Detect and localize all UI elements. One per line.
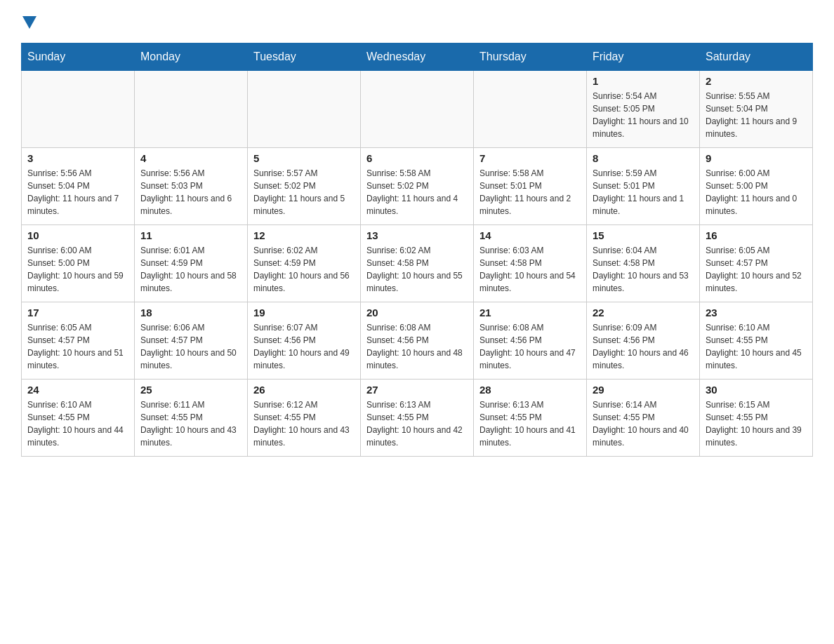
calendar-cell: 18Sunrise: 6:06 AMSunset: 4:57 PMDayligh… — [135, 302, 248, 380]
calendar-cell: 6Sunrise: 5:58 AMSunset: 5:02 PMDaylight… — [361, 148, 474, 225]
day-number: 4 — [140, 152, 241, 164]
day-info: Sunrise: 6:00 AMSunset: 5:00 PMDaylight:… — [706, 167, 807, 217]
weekday-header-wednesday: Wednesday — [361, 43, 474, 71]
day-number: 20 — [366, 307, 468, 318]
day-number: 30 — [706, 384, 807, 396]
calendar-cell: 22Sunrise: 6:09 AMSunset: 4:56 PMDayligh… — [587, 302, 700, 380]
day-number: 12 — [253, 229, 355, 241]
day-info: Sunrise: 5:54 AMSunset: 5:05 PMDaylight:… — [593, 90, 694, 140]
logo-triangle-icon — [22, 16, 37, 29]
day-info: Sunrise: 6:09 AMSunset: 4:56 PMDaylight:… — [593, 321, 694, 372]
calendar-cell: 7Sunrise: 5:58 AMSunset: 5:01 PMDaylight… — [474, 148, 587, 225]
day-info: Sunrise: 6:10 AMSunset: 4:55 PMDaylight:… — [27, 398, 128, 449]
weekday-header-tuesday: Tuesday — [248, 43, 361, 71]
day-info: Sunrise: 6:02 AMSunset: 4:58 PMDaylight:… — [366, 244, 468, 295]
day-info: Sunrise: 6:08 AMSunset: 4:56 PMDaylight:… — [366, 321, 468, 372]
day-number: 2 — [706, 75, 807, 87]
day-number: 6 — [366, 152, 468, 164]
day-info: Sunrise: 6:04 AMSunset: 4:58 PMDaylight:… — [593, 244, 694, 295]
calendar-cell — [474, 71, 587, 148]
day-info: Sunrise: 6:03 AMSunset: 4:58 PMDaylight:… — [479, 244, 581, 295]
weekday-header-thursday: Thursday — [474, 43, 587, 71]
day-info: Sunrise: 5:56 AMSunset: 5:03 PMDaylight:… — [140, 167, 241, 217]
day-number: 29 — [593, 384, 694, 396]
day-number: 27 — [366, 384, 468, 396]
calendar-cell: 29Sunrise: 6:14 AMSunset: 4:55 PMDayligh… — [587, 380, 700, 457]
calendar-cell: 19Sunrise: 6:07 AMSunset: 4:56 PMDayligh… — [248, 302, 361, 380]
day-info: Sunrise: 6:07 AMSunset: 4:56 PMDaylight:… — [253, 321, 355, 372]
day-number: 10 — [27, 229, 128, 241]
calendar-cell: 27Sunrise: 6:13 AMSunset: 4:55 PMDayligh… — [361, 380, 474, 457]
day-info: Sunrise: 6:01 AMSunset: 4:59 PMDaylight:… — [140, 244, 241, 295]
calendar-cell: 28Sunrise: 6:13 AMSunset: 4:55 PMDayligh… — [474, 380, 587, 457]
calendar-cell — [22, 71, 135, 148]
calendar-cell: 1Sunrise: 5:54 AMSunset: 5:05 PMDaylight… — [587, 71, 700, 148]
calendar-table: SundayMondayTuesdayWednesdayThursdayFrid… — [21, 43, 813, 457]
day-info: Sunrise: 5:59 AMSunset: 5:01 PMDaylight:… — [593, 167, 694, 217]
day-info: Sunrise: 6:12 AMSunset: 4:55 PMDaylight:… — [253, 398, 355, 449]
calendar-cell: 25Sunrise: 6:11 AMSunset: 4:55 PMDayligh… — [135, 380, 248, 457]
day-number: 14 — [479, 229, 581, 241]
day-number: 5 — [253, 152, 355, 164]
day-number: 11 — [140, 229, 241, 241]
calendar-cell: 2Sunrise: 5:55 AMSunset: 5:04 PMDaylight… — [700, 71, 813, 148]
day-number: 3 — [27, 152, 128, 164]
weekday-header-friday: Friday — [587, 43, 700, 71]
day-info: Sunrise: 6:05 AMSunset: 4:57 PMDaylight:… — [706, 244, 807, 295]
calendar-cell: 16Sunrise: 6:05 AMSunset: 4:57 PMDayligh… — [700, 225, 813, 302]
day-number: 7 — [479, 152, 581, 164]
day-info: Sunrise: 6:13 AMSunset: 4:55 PMDaylight:… — [479, 398, 581, 449]
day-number: 22 — [593, 307, 694, 318]
calendar-cell: 14Sunrise: 6:03 AMSunset: 4:58 PMDayligh… — [474, 225, 587, 302]
calendar-week-row: 17Sunrise: 6:05 AMSunset: 4:57 PMDayligh… — [22, 302, 813, 380]
day-number: 24 — [27, 384, 128, 396]
calendar-cell: 9Sunrise: 6:00 AMSunset: 5:00 PMDaylight… — [700, 148, 813, 225]
calendar-week-row: 3Sunrise: 5:56 AMSunset: 5:04 PMDaylight… — [22, 148, 813, 225]
day-info: Sunrise: 6:10 AMSunset: 4:55 PMDaylight:… — [706, 321, 807, 372]
day-info: Sunrise: 5:58 AMSunset: 5:01 PMDaylight:… — [479, 167, 581, 217]
day-number: 19 — [253, 307, 355, 318]
day-info: Sunrise: 6:11 AMSunset: 4:55 PMDaylight:… — [140, 398, 241, 449]
calendar-cell: 13Sunrise: 6:02 AMSunset: 4:58 PMDayligh… — [361, 225, 474, 302]
day-number: 8 — [593, 152, 694, 164]
day-info: Sunrise: 6:00 AMSunset: 5:00 PMDaylight:… — [27, 244, 128, 295]
calendar-cell: 11Sunrise: 6:01 AMSunset: 4:59 PMDayligh… — [135, 225, 248, 302]
calendar-cell: 20Sunrise: 6:08 AMSunset: 4:56 PMDayligh… — [361, 302, 474, 380]
calendar-cell: 21Sunrise: 6:08 AMSunset: 4:56 PMDayligh… — [474, 302, 587, 380]
calendar-cell: 17Sunrise: 6:05 AMSunset: 4:57 PMDayligh… — [22, 302, 135, 380]
calendar-cell: 15Sunrise: 6:04 AMSunset: 4:58 PMDayligh… — [587, 225, 700, 302]
day-info: Sunrise: 5:57 AMSunset: 5:02 PMDaylight:… — [253, 167, 355, 217]
day-info: Sunrise: 6:15 AMSunset: 4:55 PMDaylight:… — [706, 398, 807, 449]
weekday-header-saturday: Saturday — [700, 43, 813, 71]
calendar-cell — [248, 71, 361, 148]
day-info: Sunrise: 6:14 AMSunset: 4:55 PMDaylight:… — [593, 398, 694, 449]
calendar-cell: 5Sunrise: 5:57 AMSunset: 5:02 PMDaylight… — [248, 148, 361, 225]
day-number: 25 — [140, 384, 241, 396]
day-number: 13 — [366, 229, 468, 241]
day-info: Sunrise: 6:08 AMSunset: 4:56 PMDaylight:… — [479, 321, 581, 372]
logo — [21, 14, 37, 29]
day-number: 17 — [27, 307, 128, 318]
weekday-header-monday: Monday — [135, 43, 248, 71]
day-number: 21 — [479, 307, 581, 318]
calendar-cell: 4Sunrise: 5:56 AMSunset: 5:03 PMDaylight… — [135, 148, 248, 225]
day-number: 28 — [479, 384, 581, 396]
weekday-header-sunday: Sunday — [22, 43, 135, 71]
day-number: 16 — [706, 229, 807, 241]
day-number: 15 — [593, 229, 694, 241]
day-number: 1 — [593, 75, 694, 87]
day-number: 18 — [140, 307, 241, 318]
day-number: 23 — [706, 307, 807, 318]
day-info: Sunrise: 6:13 AMSunset: 4:55 PMDaylight:… — [366, 398, 468, 449]
calendar-cell: 12Sunrise: 6:02 AMSunset: 4:59 PMDayligh… — [248, 225, 361, 302]
calendar-cell: 30Sunrise: 6:15 AMSunset: 4:55 PMDayligh… — [700, 380, 813, 457]
calendar-cell: 26Sunrise: 6:12 AMSunset: 4:55 PMDayligh… — [248, 380, 361, 457]
page-header — [21, 14, 813, 29]
day-number: 9 — [706, 152, 807, 164]
day-info: Sunrise: 5:56 AMSunset: 5:04 PMDaylight:… — [27, 167, 128, 217]
calendar-cell: 10Sunrise: 6:00 AMSunset: 5:00 PMDayligh… — [22, 225, 135, 302]
calendar-cell: 23Sunrise: 6:10 AMSunset: 4:55 PMDayligh… — [700, 302, 813, 380]
day-number: 26 — [253, 384, 355, 396]
day-info: Sunrise: 5:58 AMSunset: 5:02 PMDaylight:… — [366, 167, 468, 217]
calendar-cell — [135, 71, 248, 148]
